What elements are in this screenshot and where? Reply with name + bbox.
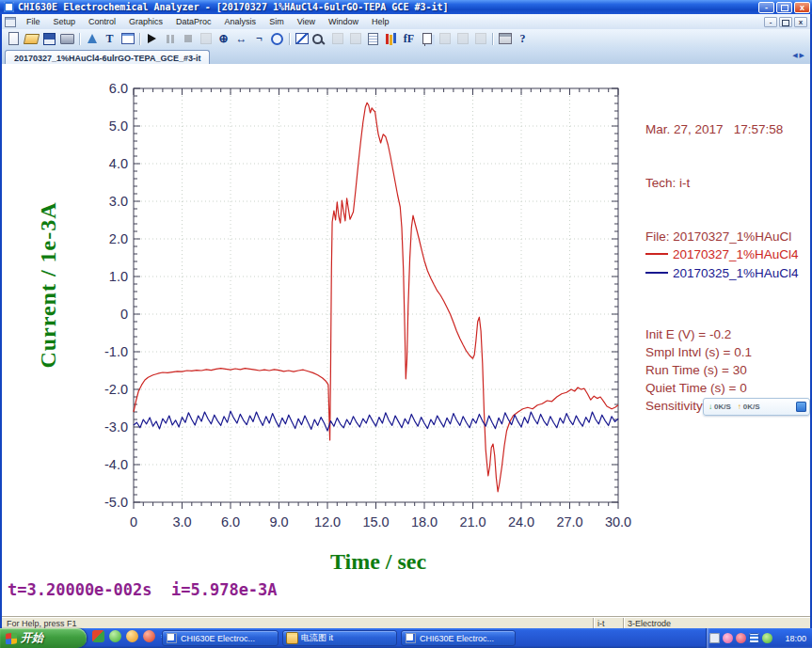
menu-dataproc[interactable]: DataProc	[169, 16, 218, 27]
orange-app-icon[interactable]	[126, 630, 138, 642]
taskbar-button-2[interactable]: 电流图 it	[282, 630, 397, 646]
print-icon[interactable]	[59, 31, 75, 46]
zero-current-icon[interactable]: ⊕	[215, 31, 231, 46]
parameters-icon[interactable]: T	[102, 31, 118, 46]
tray-app-icon-1[interactable]	[723, 633, 733, 643]
start-button[interactable]: 开始	[0, 628, 87, 648]
toolbar-separator	[289, 33, 290, 45]
x-axis-title: Time / sec	[284, 549, 472, 575]
child-window-controls: - x	[762, 17, 810, 27]
tray-app-icon-4[interactable]	[762, 633, 772, 643]
taskbar-button-3[interactable]: CHI630E Electroc...	[401, 630, 516, 646]
svg-text:1.0: 1.0	[109, 269, 128, 284]
menu-analysis[interactable]: Analysis	[218, 16, 263, 27]
tray-app-icon-3[interactable]	[749, 633, 759, 643]
overlay-3-icon	[472, 31, 488, 46]
results-icon[interactable]	[365, 31, 381, 46]
menu-file[interactable]: File	[20, 16, 47, 27]
minimize-button[interactable]: -	[758, 2, 774, 13]
cursor-readout: t=3.20000e-002s i=5.978e-3A	[8, 580, 278, 599]
download-speed: 0K/S	[714, 403, 731, 411]
input-method-icon[interactable]	[709, 633, 720, 643]
menu-control[interactable]: Control	[82, 16, 122, 27]
menu-help[interactable]: Help	[365, 16, 396, 27]
info-param: Smpl Intvl (s) = 0.1	[645, 343, 811, 361]
taskbar-button-label: 电流图 it	[301, 632, 333, 644]
info-param: Run Time (s) = 30	[645, 361, 811, 379]
taskbar-button-label: CHI630E Electroc...	[420, 634, 494, 643]
svg-text:-3.0: -3.0	[104, 419, 128, 435]
green-app-icon[interactable]	[109, 630, 121, 642]
peak-anodic-icon	[329, 31, 345, 46]
launcher-icon[interactable]	[92, 630, 104, 642]
svg-text:0: 0	[120, 307, 128, 322]
zoom-in-icon[interactable]	[311, 31, 327, 46]
tray-clock[interactable]: 18:00	[785, 634, 806, 643]
legend-label: 20170327_1%HAuCl4	[673, 247, 799, 261]
copy-data-icon[interactable]	[419, 31, 435, 46]
child-minimize-button[interactable]: -	[764, 17, 777, 27]
svg-text:-4.0: -4.0	[104, 457, 128, 472]
svg-text:15.0: 15.0	[362, 514, 389, 529]
step-run-icon[interactable]: ¬	[251, 31, 267, 46]
technique-icon[interactable]	[84, 31, 100, 46]
taskbar-button-label: CHI630E Electroc...	[181, 634, 255, 643]
network-speed-widget[interactable]: ↓ 0K/S ↑ 0K/S	[703, 398, 810, 416]
red-app-icon[interactable]	[143, 630, 155, 642]
save-icon[interactable]	[41, 31, 57, 46]
menu-sim[interactable]: Sim	[263, 16, 291, 27]
app-icon	[4, 2, 14, 12]
child-restore-button[interactable]	[779, 17, 792, 27]
menu-setup[interactable]: Setup	[47, 16, 83, 27]
color-bars-icon[interactable]	[383, 31, 399, 46]
svg-text:5.0: 5.0	[109, 119, 128, 134]
svg-text:21.0: 21.0	[459, 514, 486, 529]
menu-view[interactable]: View	[291, 16, 322, 27]
svg-text:3.0: 3.0	[109, 194, 128, 209]
child-close-button[interactable]: x	[794, 17, 807, 27]
svg-text:-2.0: -2.0	[104, 382, 128, 397]
menu-items: FileSetupControlGraphicsDataProcAnalysis…	[20, 17, 396, 26]
svg-text:2.0: 2.0	[109, 231, 128, 246]
timer-icon[interactable]	[269, 31, 285, 46]
legend-line-sample	[645, 272, 668, 274]
svg-text:0: 0	[130, 514, 137, 529]
menu-window[interactable]: Window	[322, 16, 365, 27]
window-title: CHI630E Electrochemical Analyzer - [2017…	[18, 2, 756, 12]
tab-scroll-arrows[interactable]: ◀▶	[792, 52, 806, 59]
run-icon[interactable]	[144, 31, 160, 46]
data-grid-icon[interactable]	[497, 31, 513, 46]
peak-cathodic-icon	[347, 31, 363, 46]
context-help-icon[interactable]: ?	[515, 31, 531, 46]
app-window: CHI630E Electrochemical Analyzer - [2017…	[0, 0, 812, 628]
new-file-icon[interactable]	[6, 31, 22, 46]
open-folder-icon[interactable]	[24, 31, 40, 46]
svg-text:12.0: 12.0	[314, 514, 341, 529]
status-mode: i-t	[593, 618, 623, 628]
info-file: File: 20170327_1%HAuCl	[645, 228, 811, 245]
taskbar: 开始 » CHI630E Electroc...电流图 itCHI630E El…	[0, 628, 812, 648]
toolbar-separator	[492, 33, 493, 45]
speed-widget-icon[interactable]	[796, 402, 806, 412]
tray-app-icon-2[interactable]	[736, 633, 746, 643]
svg-text:-5.0: -5.0	[104, 495, 128, 510]
font-tool-icon[interactable]: fF	[401, 31, 417, 46]
document-icon[interactable]	[5, 17, 16, 27]
close-button[interactable]: x	[794, 2, 810, 13]
chart-legend: 20170327_1%HAuCl420170325_1%HAuCl4	[645, 245, 811, 282]
legend-line-sample	[645, 253, 668, 255]
svg-text:30.0: 30.0	[605, 514, 631, 529]
svg-text:4.0: 4.0	[109, 156, 128, 171]
present-data-icon[interactable]	[294, 31, 310, 46]
taskbar-button-1[interactable]: CHI630E Electroc...	[162, 630, 279, 646]
run-window-icon[interactable]	[119, 31, 135, 46]
svg-text:27.0: 27.0	[556, 514, 582, 529]
expand-x-icon[interactable]: ↔	[233, 31, 249, 46]
windows-flag-icon	[6, 632, 17, 644]
menu-graphics[interactable]: Graphics	[122, 16, 169, 27]
info-param: Init E (V) = -0.2	[645, 325, 811, 343]
chi-icon	[406, 633, 416, 643]
folder-icon	[287, 633, 297, 643]
tab-data-file[interactable]: 20170327_1%HAuCl4-6ulrGO-TEPA_GCE_#3-it	[5, 50, 210, 65]
restore-button[interactable]	[776, 2, 792, 13]
